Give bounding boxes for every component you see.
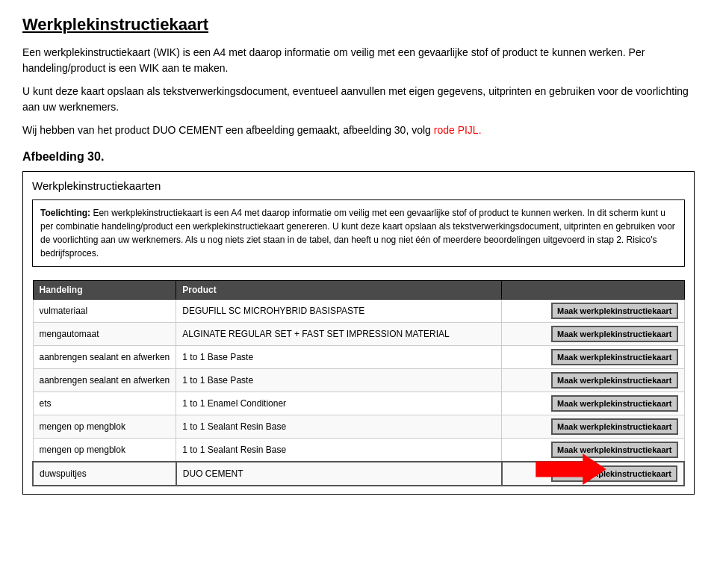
cell-button: Maak werkplekinstructiekaart [502, 300, 684, 323]
cell-handeling: duwspuitjes [33, 462, 176, 486]
cell-handeling: aanbrengen sealant en afwerken [33, 369, 176, 392]
cell-handeling: aanbrengen sealant en afwerken [33, 346, 176, 369]
cell-product: 1 to 1 Enamel Conditioner [176, 392, 502, 415]
col-header-product: Product [176, 281, 502, 300]
maak-wik-button[interactable]: Maak werkplekinstructiekaart [551, 349, 677, 365]
intro-paragraph-1: Een werkplekinstructiekaart (WIK) is een… [22, 45, 695, 76]
table-row: ets1 to 1 Enamel ConditionerMaak werkple… [33, 392, 684, 415]
arrow-text-paragraph: Wij hebben van het product DUO CEMENT ee… [22, 123, 695, 138]
cell-handeling: mengen op mengblok [33, 439, 176, 462]
cell-button: Maak werkplekinstructiekaart [502, 323, 684, 346]
cell-button: Maak werkplekinstructiekaart [502, 392, 684, 415]
table-container: Handeling Product vulmateriaalDEGUFILL S… [32, 280, 685, 486]
arrow-text-before: Wij hebben van het product DUO CEMENT ee… [22, 124, 434, 136]
cell-handeling: mengautomaat [33, 323, 176, 346]
table-row: mengautomaatALGINATE REGULAR SET + FAST … [33, 323, 684, 346]
svg-marker-0 [536, 454, 606, 485]
cell-handeling: mengen op mengblok [33, 415, 176, 439]
cell-product: DEGUFILL SC MICROHYBRID BASISPASTE [176, 300, 502, 323]
toelichting-bold: Toelichting: [40, 208, 90, 218]
afbeelding-label: Afbeelding 30. [22, 150, 695, 164]
table-row: aanbrengen sealant en afwerken1 to 1 Bas… [33, 346, 684, 369]
maak-wik-button[interactable]: Maak werkplekinstructiekaart [551, 418, 677, 435]
intro-paragraph-2: U kunt deze kaart opslaan als tekstverwe… [22, 84, 695, 115]
cell-product: ALGINATE REGULAR SET + FAST SET IMPRESSI… [176, 323, 502, 346]
table-row: aanbrengen sealant en afwerken1 to 1 Bas… [33, 369, 684, 392]
cell-product: 1 to 1 Base Paste [176, 369, 502, 392]
wik-box-title: Werkplekinstructiekaarten [32, 179, 685, 192]
cell-button: Maak werkplekinstructiekaart [502, 346, 684, 369]
cell-product: 1 to 1 Base Paste [176, 346, 502, 369]
toelichting-text: Een werkplekinstructiekaart is een A4 me… [40, 208, 675, 259]
table-header-row: Handeling Product [33, 281, 684, 300]
cell-button: Maak werkplekinstructiekaart [502, 415, 684, 439]
table-row: vulmateriaalDEGUFILL SC MICROHYBRID BASI… [33, 300, 684, 323]
cell-handeling: vulmateriaal [33, 300, 176, 323]
cell-button: Maak werkplekinstructiekaart [502, 369, 684, 392]
arrow-link[interactable]: rode PIJL. [434, 124, 482, 136]
cell-product: 1 to 1 Sealant Resin Base [176, 439, 502, 462]
col-header-btn [502, 281, 684, 300]
wik-main-box: Werkplekinstructiekaarten Toelichting: E… [22, 171, 695, 495]
table-row: mengen op mengblok1 to 1 Sealant Resin B… [33, 415, 684, 439]
page-title: Werkplekinstructiekaart [22, 15, 695, 34]
cell-product: 1 to 1 Sealant Resin Base [176, 415, 502, 439]
cell-handeling: ets [33, 392, 176, 415]
maak-wik-button[interactable]: Maak werkplekinstructiekaart [551, 303, 677, 319]
col-header-handeling: Handeling [33, 281, 176, 300]
maak-wik-button[interactable]: Maak werkplekinstructiekaart [551, 372, 677, 389]
cell-product: DUO CEMENT [176, 462, 502, 486]
maak-wik-button[interactable]: Maak werkplekinstructiekaart [551, 326, 677, 342]
maak-wik-button[interactable]: Maak werkplekinstructiekaart [551, 395, 677, 412]
red-arrow-icon [536, 454, 606, 485]
toelichting-box: Toelichting: Een werkplekinstructiekaart… [32, 199, 685, 267]
